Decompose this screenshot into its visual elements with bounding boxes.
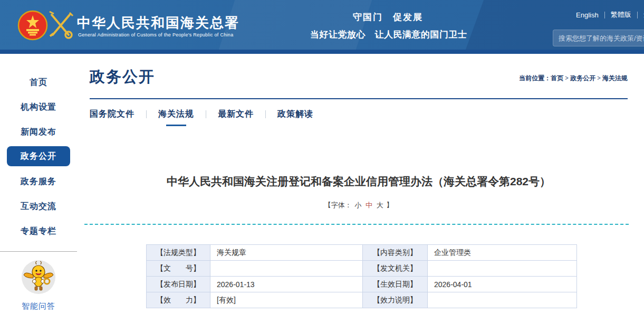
header-language-links: English 繁體版 无障碍 bbox=[576, 10, 644, 20]
national-emblem-icon bbox=[17, 10, 48, 43]
value-publish-date: 2026-01-13 bbox=[210, 277, 363, 292]
label-document-number: 【文 号】 bbox=[147, 261, 210, 277]
header-slogans: 守国门 促发展 当好让党放心 让人民满意的国门卫士 bbox=[310, 11, 466, 41]
header-bottom-strip bbox=[0, 50, 644, 54]
label-validity-note: 【效力说明】 bbox=[363, 292, 428, 308]
font-size-prefix: 【字体： bbox=[324, 201, 352, 209]
smart-qa-widget[interactable]: 智能问答 bbox=[0, 259, 77, 311]
link-english[interactable]: English bbox=[576, 11, 604, 19]
value-validity-note bbox=[428, 292, 577, 308]
label-issuing-authority: 【发文机关】 bbox=[363, 261, 428, 277]
value-regulation-type: 海关规章 bbox=[210, 245, 363, 261]
sidebar-item-interaction[interactable]: 互动交流 bbox=[0, 194, 77, 218]
main-content: 政务公开 当前位置：首页 > 政务公开 > 海关法规 国务院文件 海关法规 最新… bbox=[77, 54, 644, 323]
sidebar-item-government-services[interactable]: 政务服务 bbox=[0, 169, 77, 194]
link-traditional-chinese[interactable]: 繁體版 bbox=[605, 10, 637, 20]
value-effective-date: 2026-04-01 bbox=[428, 277, 577, 292]
sidebar-item-government-disclosure[interactable]: 政务公开 bbox=[7, 146, 70, 166]
table-row: 【文 号】 【发文机关】 bbox=[147, 261, 577, 277]
value-issuing-authority bbox=[428, 261, 577, 277]
tab-bar: 国务院文件 海关法规 最新文件 政策解读 bbox=[90, 107, 325, 126]
site-title: 中华人民共和国海关总署 bbox=[77, 14, 239, 32]
slogan-line-2: 当好让党放心 让人民满意的国门卫士 bbox=[310, 28, 466, 41]
label-effective-date: 【生效日期】 bbox=[363, 277, 428, 292]
font-size-selector: 【字体： 小 中 大 】 bbox=[90, 201, 628, 210]
regulation-info-table: 【法规类型】 海关规章 【内容类别】 企业管理类 【文 号】 【发文机关】 【发… bbox=[146, 244, 577, 308]
font-size-large-button[interactable]: 大 bbox=[376, 201, 385, 209]
sidebar-separator bbox=[0, 251, 77, 252]
smart-qa-label[interactable]: 智能问答 bbox=[0, 301, 77, 311]
value-document-number bbox=[210, 261, 363, 277]
tab-customs-regulations[interactable]: 海关法规 bbox=[158, 107, 194, 126]
table-row: 【效 力】 [有效] 【效力说明】 bbox=[147, 292, 577, 308]
font-size-suffix: 】 bbox=[386, 201, 393, 209]
tab-separator bbox=[206, 110, 206, 118]
page-title: 政务公开 bbox=[90, 66, 155, 88]
sidebar: 首页 机构设置 新闻发布 政务公开 政务服务 互动交流 专题专栏 bbox=[0, 54, 77, 323]
site-subtitle: General Administration of Customs of the… bbox=[78, 32, 233, 37]
tab-separator bbox=[265, 110, 266, 118]
sidebar-item-home[interactable]: 首页 bbox=[0, 70, 77, 94]
value-content-category: 企业管理类 bbox=[428, 245, 577, 261]
value-validity: [有效] bbox=[210, 292, 363, 308]
label-regulation-type: 【法规类型】 bbox=[147, 245, 210, 261]
search-input[interactable] bbox=[553, 30, 644, 46]
sidebar-item-organization[interactable]: 机构设置 bbox=[0, 94, 77, 119]
article-title: 中华人民共和国海关注册登记和备案企业信用管理办法（海关总署令第282号） bbox=[90, 174, 628, 189]
label-validity: 【效 力】 bbox=[147, 292, 210, 308]
sidebar-menu: 首页 机构设置 新闻发布 政务公开 政务服务 互动交流 专题专栏 bbox=[0, 54, 77, 243]
slogan-line-1: 守国门 促发展 bbox=[310, 11, 466, 23]
mascot-icon bbox=[21, 288, 56, 297]
table-row: 【法规类型】 海关规章 【内容类别】 企业管理类 bbox=[147, 245, 577, 261]
font-size-medium-button[interactable]: 中 bbox=[364, 201, 373, 209]
customs-key-emblem-icon bbox=[47, 11, 74, 42]
header-search-box bbox=[553, 30, 644, 46]
page: 中华人民共和国海关总署 General Administration of Cu… bbox=[0, 0, 644, 323]
dashed-divider bbox=[84, 224, 629, 225]
breadcrumb[interactable]: 当前位置：首页 > 政务公开 > 海关法规 bbox=[519, 74, 628, 83]
tab-separator bbox=[146, 110, 147, 118]
tab-state-council-documents[interactable]: 国务院文件 bbox=[90, 107, 134, 126]
table-row: 【发布日期】 2026-01-13 【生效日期】 2026-04-01 bbox=[147, 277, 577, 292]
font-size-small-button[interactable]: 小 bbox=[353, 201, 362, 209]
sidebar-item-news[interactable]: 新闻发布 bbox=[0, 119, 77, 144]
label-content-category: 【内容类别】 bbox=[363, 245, 428, 261]
label-publish-date: 【发布日期】 bbox=[147, 277, 210, 292]
tab-policy-interpretation[interactable]: 政策解读 bbox=[277, 107, 313, 126]
tab-latest-documents[interactable]: 最新文件 bbox=[218, 107, 254, 126]
site-header: 中华人民共和国海关总署 General Administration of Cu… bbox=[0, 0, 644, 50]
sidebar-item-special-topics[interactable]: 专题专栏 bbox=[0, 218, 77, 243]
title-divider bbox=[90, 98, 628, 99]
link-accessibility[interactable]: 无障碍 bbox=[638, 10, 644, 20]
